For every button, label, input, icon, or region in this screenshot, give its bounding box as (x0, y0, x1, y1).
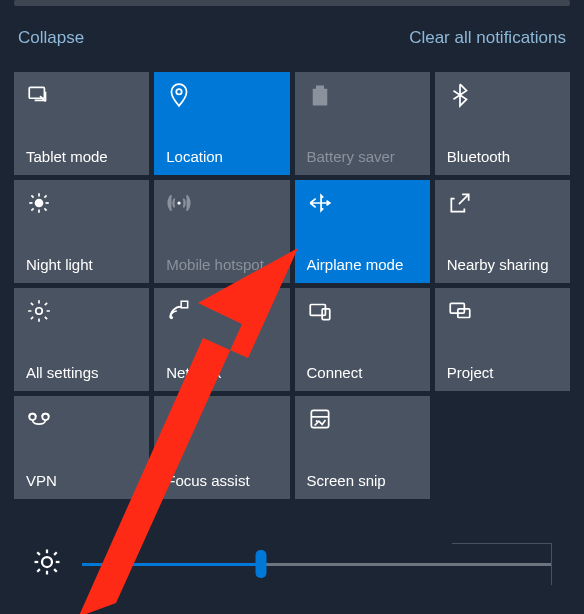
svg-line-9 (44, 208, 46, 210)
tile-mobile-hotspot[interactable]: Mobile hotspot (154, 180, 289, 283)
tile-label: Bluetooth (447, 148, 560, 165)
tile-nearby-sharing[interactable]: Nearby sharing (435, 180, 570, 283)
tile-label: Mobile hotspot (166, 256, 279, 273)
bluetooth-icon (447, 82, 560, 112)
tile-night-light[interactable]: Night light (14, 180, 149, 283)
settings-icon (26, 298, 139, 328)
svg-rect-14 (181, 301, 188, 308)
network-icon (166, 298, 279, 328)
svg-point-3 (35, 199, 44, 208)
tile-label: All settings (26, 364, 139, 381)
tile-label: Nearby sharing (447, 256, 560, 273)
nightlight-icon (26, 190, 139, 220)
tile-screen-snip[interactable]: Screen snip (295, 396, 430, 499)
svg-rect-0 (29, 87, 44, 98)
svg-point-13 (36, 308, 43, 315)
project-icon (447, 298, 560, 328)
tile-label: Network (166, 364, 279, 381)
svg-line-32 (37, 569, 40, 572)
battery-icon (307, 82, 420, 112)
action-center-panel: Collapse Clear all notifications Tablet … (0, 14, 584, 595)
tile-label: Night light (26, 256, 139, 273)
tile-label: Focus assist (166, 472, 279, 489)
tile-label: Project (447, 364, 560, 381)
tile-label: Tablet mode (26, 148, 139, 165)
collapse-link[interactable]: Collapse (18, 28, 84, 48)
tile-label: Connect (307, 364, 420, 381)
share-icon (447, 190, 560, 220)
svg-line-33 (54, 552, 57, 555)
svg-point-15 (170, 316, 173, 319)
tile-focus-assist[interactable]: Focus assist (154, 396, 289, 499)
brightness-slider-fill (82, 563, 261, 566)
svg-line-11 (44, 195, 46, 197)
vpn-icon (26, 406, 139, 436)
svg-line-8 (31, 195, 33, 197)
tile-label: VPN (26, 472, 139, 489)
tile-tablet-mode[interactable]: Tablet mode (14, 72, 149, 175)
svg-point-2 (177, 89, 182, 94)
tile-label: Battery saver (307, 148, 420, 165)
clear-all-link[interactable]: Clear all notifications (409, 28, 566, 48)
tile-bluetooth[interactable]: Bluetooth (435, 72, 570, 175)
tile-network[interactable]: Network (154, 288, 289, 391)
svg-line-30 (37, 552, 40, 555)
tile-vpn[interactable]: VPN (14, 396, 149, 499)
connect-icon (307, 298, 420, 328)
svg-rect-22 (311, 410, 328, 427)
tile-project[interactable]: Project (435, 288, 570, 391)
slider-border-deco (452, 543, 552, 585)
tile-location[interactable]: Location (154, 72, 289, 175)
svg-line-10 (31, 208, 33, 210)
top-edge (14, 0, 570, 6)
brightness-slider-thumb[interactable] (255, 550, 266, 578)
svg-rect-16 (310, 305, 325, 316)
location-icon (166, 82, 279, 112)
brightness-icon (32, 547, 62, 581)
hotspot-icon (166, 190, 279, 220)
svg-point-25 (42, 557, 52, 567)
tile-label: Airplane mode (307, 256, 420, 273)
quick-action-grid: Tablet modeLocationBattery saverBluetoot… (14, 72, 570, 499)
tile-connect[interactable]: Connect (295, 288, 430, 391)
moon-icon (166, 406, 279, 436)
tile-label: Location (166, 148, 279, 165)
tile-airplane-mode[interactable]: Airplane mode (295, 180, 430, 283)
brightness-slider-row (14, 547, 570, 581)
tile-battery-saver[interactable]: Battery saver (295, 72, 430, 175)
airplane-icon (307, 190, 420, 220)
tablet-icon (26, 82, 139, 112)
snip-icon (307, 406, 420, 436)
svg-point-12 (178, 201, 181, 204)
svg-line-31 (54, 569, 57, 572)
tile-label: Screen snip (307, 472, 420, 489)
tile-all-settings[interactable]: All settings (14, 288, 149, 391)
brightness-slider[interactable] (82, 563, 552, 566)
